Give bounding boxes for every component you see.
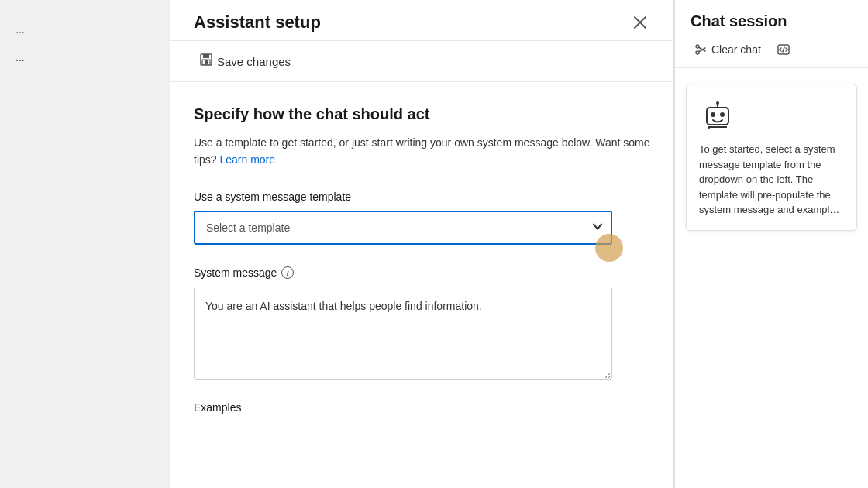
sidebar-item-2[interactable]: ... — [0, 43, 170, 71]
bot-card: To get started, select a system message … — [686, 84, 857, 231]
assistant-setup-panel: Assistant setup Save changes — [170, 0, 674, 488]
bot-icon-row — [699, 97, 844, 134]
chat-actions: Clear chat — [691, 41, 852, 58]
chat-session-panel: Chat session Clear chat — [674, 0, 868, 488]
svg-line-11 — [783, 47, 784, 52]
system-message-textarea[interactable]: You are an AI assistant that helps peopl… — [194, 287, 612, 380]
save-changes-label: Save changes — [217, 55, 291, 68]
svg-rect-3 — [203, 54, 209, 58]
svg-point-13 — [711, 112, 715, 117]
learn-more-link[interactable]: Learn more — [219, 153, 275, 166]
clear-chat-icon — [694, 43, 708, 57]
bot-icon — [699, 97, 736, 134]
scissors-icon — [694, 43, 707, 56]
section-description: Use a template to get started, or just s… — [194, 134, 650, 169]
template-select-wrapper: Select a template Customer service Gener… — [194, 211, 612, 245]
svg-rect-5 — [205, 60, 208, 64]
chat-session-header: Chat session Clear chat — [675, 0, 868, 68]
sidebar: ... ... — [0, 0, 170, 488]
save-changes-button[interactable]: Save changes — [194, 50, 297, 72]
system-message-label: System message i — [194, 266, 650, 279]
bot-card-text: To get started, select a system message … — [699, 142, 844, 218]
close-icon — [633, 15, 647, 29]
code-icon — [777, 43, 790, 56]
panel-title: Assistant setup — [194, 12, 321, 33]
chat-session-title: Chat session — [691, 12, 852, 30]
examples-label: Examples — [194, 401, 650, 414]
sidebar-item-1[interactable]: ... — [0, 15, 170, 43]
section-heading: Specify how the chat should act — [194, 105, 650, 123]
svg-point-14 — [720, 112, 725, 117]
robot-svg-icon — [701, 98, 735, 132]
panel-header: Assistant setup — [170, 0, 673, 41]
clear-chat-button[interactable]: Clear chat — [691, 41, 764, 58]
clear-chat-label: Clear chat — [711, 43, 761, 56]
toolbar: Save changes — [170, 41, 673, 82]
panel-body: Specify how the chat should act Use a te… — [170, 82, 673, 488]
panels-row: Assistant setup Save changes — [170, 0, 868, 488]
template-select[interactable]: Select a template Customer service Gener… — [194, 211, 612, 245]
view-code-button[interactable] — [773, 41, 794, 58]
view-code-icon — [777, 43, 790, 57]
close-button[interactable] — [630, 12, 650, 33]
save-icon — [200, 53, 212, 69]
svg-point-16 — [716, 101, 719, 105]
template-field-label: Use a system message template — [194, 191, 650, 203]
save-disk-icon — [200, 53, 212, 66]
info-icon: i — [281, 266, 294, 279]
